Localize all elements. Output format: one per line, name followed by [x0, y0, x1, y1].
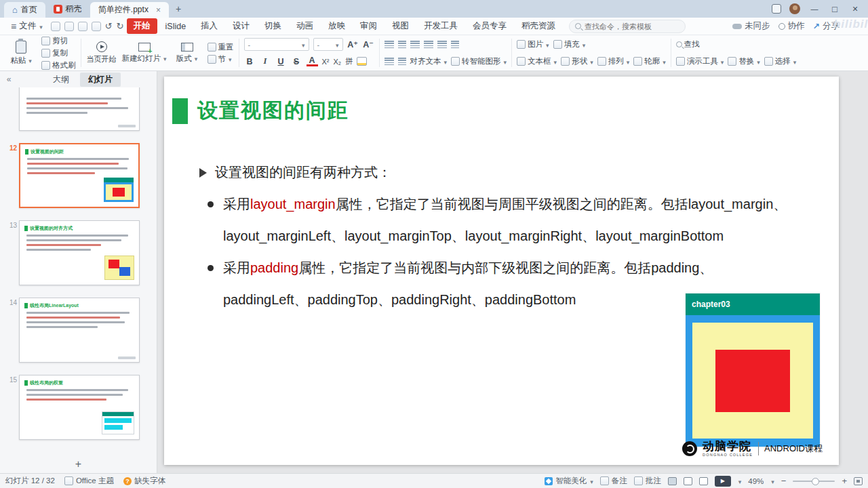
slide-body[interactable]: 设置视图的间距有两种方式： 采用layout_margin属性，它指定了当前视图… [199, 157, 810, 316]
tab-review[interactable]: 审阅 [353, 18, 384, 34]
add-slide-button[interactable] [0, 455, 157, 473]
comments-button[interactable]: 批注 [634, 476, 661, 486]
present-tools-button[interactable]: 演示工具 [676, 56, 724, 66]
fill-button[interactable]: 填充 [553, 39, 586, 49]
reading-view-icon[interactable] [699, 477, 708, 485]
theme-button[interactable]: Office 主题 [64, 476, 114, 486]
font-name-select[interactable]: - [244, 38, 309, 51]
tab-slides[interactable]: 幻灯片 [80, 73, 121, 87]
maximize-icon[interactable] [829, 4, 841, 14]
start-from-page-button[interactable]: 当页开始 [86, 37, 117, 69]
slide-thumb-12[interactable]: 12 设置视图的间距 [5, 143, 157, 208]
tab-member[interactable]: 会员专享 [466, 18, 513, 34]
font-color-button[interactable]: A [307, 57, 318, 66]
outline-button[interactable]: 轮廓 [633, 56, 666, 66]
beautify-button[interactable]: 智能美化 [545, 476, 593, 486]
align-text-button[interactable]: 对齐文本 [410, 56, 448, 66]
normal-view-icon[interactable] [668, 477, 677, 485]
search-input[interactable] [585, 22, 673, 30]
align-right-icon[interactable] [410, 41, 420, 48]
new-slide-button[interactable]: 新建幻灯片 [122, 37, 167, 69]
collab-button[interactable]: 协作 [778, 20, 805, 32]
export-icon[interactable] [64, 22, 74, 31]
slide-title-block[interactable]: 设置视图的间距 [172, 97, 349, 125]
undo-icon[interactable] [105, 21, 113, 31]
save-icon[interactable] [51, 22, 60, 31]
select-button[interactable]: 选择 [764, 56, 797, 66]
zoom-slider[interactable] [793, 481, 835, 482]
format-painter-button[interactable]: 格式刷 [41, 60, 76, 70]
thumbnail-list[interactable]: 12 设置视图的间距 13 设置视图的对齐方式 [0, 87, 157, 455]
tab-developer[interactable]: 开发工具 [417, 18, 465, 34]
tab-outline[interactable]: 大纲 [45, 73, 77, 87]
zoom-out-icon[interactable] [781, 476, 787, 486]
paste-button[interactable]: 粘贴 [5, 37, 37, 69]
align-center-icon[interactable] [398, 41, 406, 48]
new-tab-button[interactable] [169, 0, 188, 18]
tab-transitions[interactable]: 切换 [258, 18, 288, 34]
slide-thumb-14[interactable]: 14 线性布局LinearLayout [5, 298, 157, 363]
chevron-down-icon[interactable] [770, 477, 774, 485]
bullet-list-icon[interactable] [384, 58, 394, 65]
thumbnail[interactable]: 线性布局的权重 [19, 375, 140, 440]
notes-button[interactable]: 备注 [600, 476, 627, 486]
tab-slideshow[interactable]: 放映 [321, 18, 352, 34]
bold-button[interactable]: B [244, 57, 256, 66]
decrease-font-button[interactable]: A⁻ [363, 39, 374, 49]
tab-docer-resources[interactable]: 稻壳资源 [515, 18, 562, 34]
tab-insert[interactable]: 插入 [194, 18, 224, 34]
thumbnail[interactable]: 线性布局LinearLayout [19, 298, 140, 363]
cut-button[interactable]: 剪切 [41, 36, 76, 46]
line-spacing-icon[interactable] [451, 41, 459, 48]
zoom-level[interactable]: 49% [748, 477, 764, 485]
tab-islide[interactable]: iSlide [159, 20, 193, 33]
copy-button[interactable]: 复制 [41, 48, 76, 58]
tab-view[interactable]: 视图 [385, 18, 416, 34]
highlight-pen-icon[interactable] [357, 57, 367, 66]
layout-button[interactable]: 版式 [172, 37, 203, 69]
file-menu[interactable]: 文件 [5, 19, 48, 33]
pinyin-button[interactable]: 拼 [345, 56, 353, 66]
to-smartart-button[interactable]: 转智能图形 [451, 56, 507, 66]
collapse-panel-icon[interactable] [0, 75, 18, 84]
tab-home[interactable]: 首页 [4, 2, 45, 18]
close-document-icon[interactable] [156, 5, 161, 15]
align-left-icon[interactable] [384, 41, 394, 48]
print-preview-icon[interactable] [92, 22, 101, 31]
superscript-button[interactable]: X² [322, 58, 330, 66]
italic-button[interactable]: I [260, 56, 271, 66]
tab-document[interactable]: 简单控件.pptx [90, 2, 169, 18]
tab-docer[interactable]: 稻壳 [45, 0, 90, 18]
slide-thumb-15[interactable]: 15 线性布局的权重 [5, 375, 157, 440]
font-size-select[interactable]: - [313, 38, 343, 51]
replace-button[interactable]: 替换 [728, 56, 760, 66]
tab-start[interactable]: 开始 [127, 18, 157, 34]
find-button[interactable]: 查找 [676, 39, 700, 49]
user-avatar[interactable] [789, 3, 800, 14]
tab-animation[interactable]: 动画 [290, 18, 320, 34]
fit-window-icon[interactable] [854, 477, 863, 485]
strikethrough-button[interactable]: S [291, 57, 302, 66]
arrange-button[interactable]: 排列 [597, 56, 630, 66]
thumbnail-selected[interactable]: 设置视图的间距 [19, 143, 140, 208]
picture-button[interactable]: 图片 [517, 39, 549, 49]
close-icon[interactable] [849, 3, 861, 14]
thumbnail[interactable] [19, 87, 140, 131]
tab-design[interactable]: 设计 [226, 18, 256, 34]
underline-button[interactable]: U [275, 57, 287, 66]
shapes-button[interactable]: 形状 [561, 56, 593, 66]
slide-sorter-view-icon[interactable] [684, 477, 692, 485]
subscript-button[interactable]: X₂ [334, 58, 342, 66]
print-icon[interactable] [78, 22, 87, 31]
distribute-icon[interactable] [437, 41, 447, 48]
missing-font-button[interactable]: 缺失字体 [123, 476, 165, 486]
sync-status[interactable]: 未同步 [732, 20, 770, 32]
section-button[interactable]: 节 [208, 54, 234, 64]
increase-font-button[interactable]: A⁺ [347, 39, 359, 49]
textbox-button[interactable]: 文本框 [517, 56, 557, 66]
slideshow-play-button[interactable] [715, 476, 731, 487]
zoom-in-icon[interactable] [842, 476, 847, 486]
justify-icon[interactable] [424, 41, 433, 48]
thumbnail[interactable]: 设置视图的对齐方式 [19, 220, 140, 285]
slide-thumb-13[interactable]: 13 设置视图的对齐方式 [5, 220, 157, 285]
